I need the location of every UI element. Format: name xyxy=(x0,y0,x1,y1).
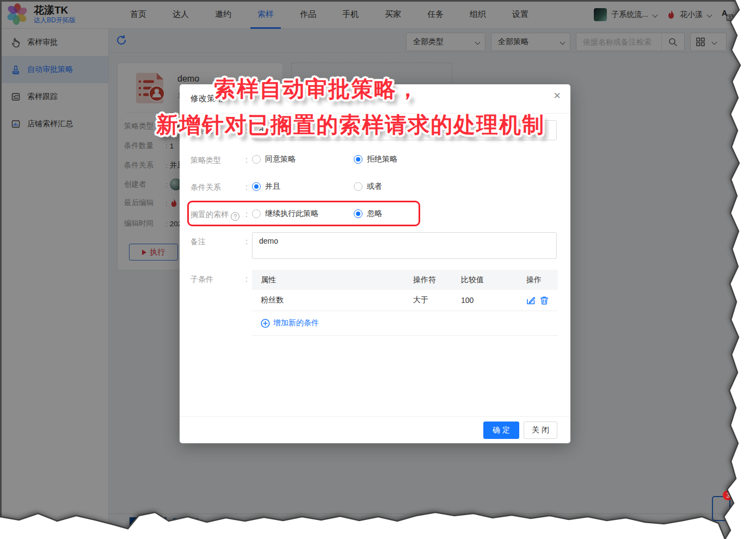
shelved-sample-label: 搁置的索样? xyxy=(190,210,239,221)
radio-icon xyxy=(252,182,261,191)
conditions-table: 属性 操作符 比较值 操作 粉丝数 大于 100 xyxy=(252,270,558,336)
table-row: 粉丝数 大于 100 xyxy=(252,290,558,311)
edit-policy-modal: 修改策略 × 策略名称 : 策略类型 : 同意策略 拒绝策略 条件关系 : 并且… xyxy=(180,84,570,443)
edit-icon[interactable] xyxy=(526,296,536,305)
policy-type-label: 策略类型 xyxy=(190,156,221,165)
radio-icon xyxy=(354,182,362,191)
radio-icon xyxy=(354,155,362,164)
help-icon[interactable]: ? xyxy=(231,212,239,221)
radio-and[interactable]: 并且 xyxy=(252,182,280,191)
modal-title: 修改策略 xyxy=(190,94,223,104)
radio-icon xyxy=(354,209,362,218)
close-button[interactable]: 关 闭 xyxy=(524,422,557,439)
radio-or[interactable]: 或者 xyxy=(354,182,382,191)
remark-textarea[interactable]: demo xyxy=(252,232,557,259)
notification-badge[interactable]: 3 xyxy=(723,490,733,500)
condition-relation-label: 条件关系 xyxy=(190,183,221,193)
radio-agree-policy[interactable]: 同意策略 xyxy=(252,154,296,164)
table-add-row: 增加新的条件 xyxy=(252,311,558,336)
confirm-button[interactable]: 确 定 xyxy=(483,422,519,439)
delete-icon[interactable] xyxy=(540,296,549,305)
add-condition-link[interactable]: 增加新的条件 xyxy=(261,318,319,328)
sub-conditions-label: 子条件 xyxy=(190,275,213,284)
radio-icon xyxy=(252,209,261,218)
remark-label: 备注 xyxy=(190,237,206,247)
radio-ignore[interactable]: 忽略 xyxy=(354,209,382,219)
condition-operator: 大于 xyxy=(413,295,461,305)
policy-name-input[interactable] xyxy=(252,120,557,140)
radio-continue-policy[interactable]: 继续执行此策略 xyxy=(252,209,318,219)
close-icon[interactable]: × xyxy=(554,90,561,102)
plus-circle-icon xyxy=(261,319,270,328)
condition-value: 100 xyxy=(461,296,526,305)
radio-reject-policy[interactable]: 拒绝策略 xyxy=(354,154,397,164)
screenshot-root: 花漾TK 达人BD开拓版 首页 达人 邀约 索样 作品 手机 买家 任务 组织 … xyxy=(0,0,756,539)
condition-attribute: 粉丝数 xyxy=(252,295,413,305)
radio-icon xyxy=(252,155,261,164)
policy-name-label: 策略名称 xyxy=(190,126,221,136)
table-header-row: 属性 操作符 比较值 操作 xyxy=(252,270,558,290)
